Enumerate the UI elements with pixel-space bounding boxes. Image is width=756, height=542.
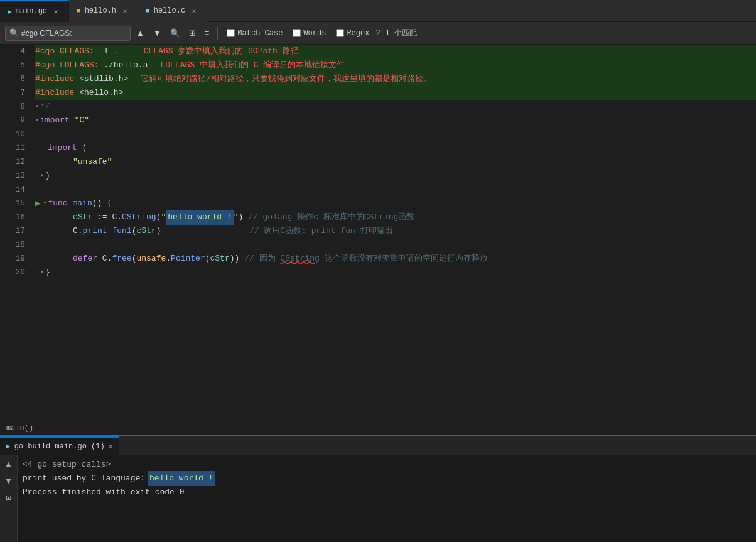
tab-label-hello-h: hello.h — [85, 6, 116, 15]
terminal-tab-build[interactable]: ▶ go build main.go (1) ✕ — [0, 436, 119, 455]
terminal-panel: ▶ go build main.go (1) ✕ ▲ ▼ ⊡ <4 go set… — [0, 435, 756, 542]
tab-hello-c[interactable]: ■ hello.c ✕ — [138, 0, 207, 22]
match-case-checkbox[interactable] — [227, 29, 235, 37]
code-line-8: ▾ */ — [35, 100, 756, 114]
terminal-hello-world-highlight: hello world ! — [148, 471, 215, 486]
terminal-tab-close[interactable]: ✕ — [109, 442, 113, 450]
code-line-13: ▾ ) — [35, 169, 756, 183]
tab-label-main-go: main.go — [16, 7, 47, 16]
fold-15-icon[interactable]: ▾ — [43, 197, 46, 210]
words-checkbox[interactable] — [293, 29, 301, 37]
code-content: 4 5 6 7 8 9 10 11 12 13 14 15 16 17 18 1… — [0, 45, 756, 421]
code-line-11: import ( — [35, 141, 756, 155]
search-bar: 🔍 ▲ ▼ 🔍 ⊞ ≡ Match Case Words Regex ? 1 个… — [0, 22, 756, 45]
regex-label: Regex — [347, 29, 369, 38]
terminal-sidebar: ▲ ▼ ⊡ — [0, 455, 18, 542]
words-option[interactable]: Words — [289, 28, 330, 39]
tab-main-go[interactable]: ▶ main.go ✕ — [0, 0, 69, 22]
code-line-9: ▾ import "C" — [35, 114, 756, 127]
code-line-16: cStr := C. CString ( " hello world ! " )… — [35, 210, 756, 224]
search-find-button[interactable]: 🔍 — [167, 27, 183, 39]
terminal-line-1: <4 go setup calls> — [23, 458, 751, 472]
line-numbers: 4 5 6 7 8 9 10 11 12 13 14 15 16 17 18 1… — [0, 45, 30, 421]
tab-bar: ▶ main.go ✕ ■ hello.h ✕ ■ hello.c ✕ — [0, 0, 756, 22]
search-multi-line-button[interactable]: ⊞ — [186, 27, 199, 39]
code-lines[interactable]: #cgo CFLAGS: -I . CFLAGS 参数中填入我们的 GOPath… — [30, 45, 756, 421]
code-line-5: #cgo LDFLAGS: ./hello.a LDFLAGS 中填入我们的 C… — [35, 58, 756, 72]
fold-13-icon[interactable]: ▾ — [40, 169, 44, 183]
search-icon: 🔍 — [9, 28, 19, 38]
words-label: Words — [303, 29, 326, 38]
fold-8-icon[interactable]: ▾ — [35, 100, 39, 114]
code-line-7: #include <hello.h> — [35, 86, 756, 100]
match-case-label: Match Case — [237, 29, 283, 38]
search-result-count: 1 个匹配 — [386, 28, 417, 38]
c-file-icon: ■ — [146, 7, 150, 14]
h-file-icon: ■ — [77, 7, 81, 14]
fold-9-icon[interactable]: ▾ — [35, 114, 39, 127]
code-line-19: defer C. free ( unsafe . Pointer ( cStr … — [35, 252, 756, 266]
terminal-line-2: print used by C language: hello world ! — [23, 472, 751, 485]
tab-label-hello-c: hello.c — [154, 6, 185, 15]
regex-help-icon[interactable]: ? — [375, 29, 380, 38]
terminal-line-3: Process finished with exit code 0 — [23, 485, 751, 499]
terminal-content: <4 go setup calls> print used by C langu… — [18, 455, 756, 542]
terminal-layout: ▲ ▼ ⊡ <4 go setup calls> print used by C… — [0, 455, 756, 542]
tab-hello-h[interactable]: ■ hello.h ✕ — [69, 0, 138, 22]
regex-checkbox[interactable] — [336, 29, 344, 37]
search-input-wrap: 🔍 — [5, 26, 131, 41]
fold-20-icon[interactable]: ▾ — [40, 266, 44, 279]
code-line-20: ▾ } — [35, 266, 756, 279]
breadcrumb: main() — [0, 421, 756, 435]
tab-close-main-go[interactable]: ✕ — [51, 6, 61, 16]
terminal-tab-bar: ▶ go build main.go (1) ✕ — [0, 436, 756, 455]
search-highlight-hello-world: hello world ! — [166, 210, 233, 225]
code-area: 4 5 6 7 8 9 10 11 12 13 14 15 16 17 18 1… — [0, 45, 756, 435]
search-divider — [217, 27, 218, 40]
code-line-17: C. print_fun1 ( cStr ) // 调用C函数: print_f… — [35, 224, 756, 238]
terminal-tab-icon: ▶ — [6, 442, 11, 450]
search-down-button[interactable]: ▼ — [150, 27, 165, 39]
code-line-14 — [35, 183, 756, 197]
terminal-tab-label: go build main.go (1) — [14, 442, 105, 451]
code-line-10 — [35, 127, 756, 141]
regex-option[interactable]: Regex — [332, 28, 373, 39]
code-line-12: "unsafe" — [35, 155, 756, 169]
search-up-button[interactable]: ▲ — [133, 27, 148, 39]
code-line-4: #cgo CFLAGS: -I . CFLAGS 参数中填入我们的 GOPath… — [35, 45, 756, 58]
code-line-18 — [35, 238, 756, 252]
editor-main: 4 5 6 7 8 9 10 11 12 13 14 15 16 17 18 1… — [0, 45, 756, 435]
go-file-icon: ▶ — [8, 8, 12, 16]
terminal-line3-text: Process finished with exit code 0 — [23, 485, 184, 499]
code-line-6: #include <stdlib.h> 它俩可填绝对路径/相对路径，只要找得到对… — [35, 72, 756, 86]
search-filter-button[interactable]: ≡ — [202, 27, 213, 39]
run-icon[interactable]: ▶ — [35, 197, 40, 210]
search-input[interactable] — [21, 29, 122, 38]
terminal-scroll-up-icon[interactable]: ▲ — [4, 458, 13, 472]
terminal-scroll-down-icon[interactable]: ▼ — [4, 474, 13, 488]
code-line-15: ▶ ▾ func main () { — [35, 197, 756, 210]
tab-close-hello-c[interactable]: ✕ — [189, 6, 199, 16]
breadcrumb-text: main() — [6, 424, 33, 433]
terminal-line2-prefix: print used by C language: — [23, 472, 145, 485]
match-case-option[interactable]: Match Case — [223, 28, 286, 39]
tab-close-hello-h[interactable]: ✕ — [120, 6, 130, 16]
terminal-action-icon[interactable]: ⊡ — [4, 491, 13, 505]
